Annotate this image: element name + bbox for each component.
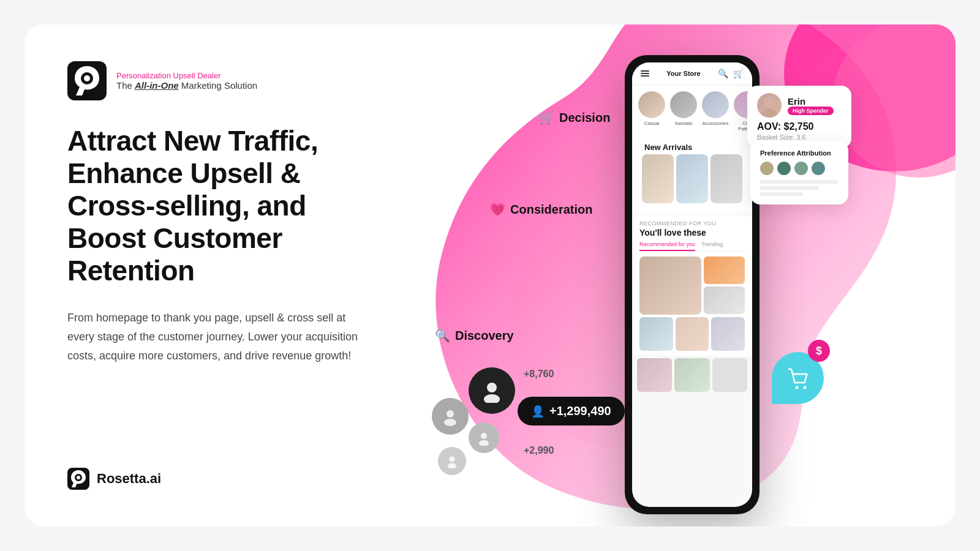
- color-swatches: [760, 162, 839, 175]
- stat-main-bubble: 👤 +1,299,490: [518, 397, 625, 425]
- swatch-1: [760, 162, 774, 175]
- new-arrivals-title: New Arrivals: [637, 138, 747, 154]
- preference-lines: [760, 180, 839, 196]
- erin-top: Erin High Spender: [757, 93, 842, 118]
- avatar-group: [435, 367, 508, 490]
- avatar-dark: [469, 367, 515, 414]
- logo-subtitle: The All-in-One Marketing Solution: [116, 80, 257, 91]
- recommended-for-you-label: RECOMMENDED FOR YOU: [639, 220, 745, 227]
- subtext: From homepage to thank you page, upsell …: [67, 309, 374, 365]
- category-img-casual: [638, 91, 665, 118]
- product-row: [637, 154, 747, 208]
- decision-icon: 🛒: [539, 110, 554, 125]
- svg-point-5: [77, 476, 80, 479]
- product-2[interactable]: [676, 154, 708, 203]
- stat-main-count: +1,299,490: [549, 404, 611, 418]
- label-consideration: 💗 Consideration: [490, 202, 592, 217]
- stat-secondary-top: +8,760: [524, 369, 554, 380]
- dollar-badge: $: [808, 340, 830, 362]
- product-1[interactable]: [642, 154, 674, 203]
- main-card: Personalization Upsell Dealer The All-in…: [24, 24, 956, 527]
- label-discovery: 🔍 Discovery: [435, 328, 514, 343]
- headline: Attract New Traffic, Enhance Upsell & Cr…: [67, 125, 374, 287]
- search-icon[interactable]: 🔍: [718, 69, 728, 78]
- discovery-icon: 🔍: [435, 328, 450, 343]
- bottom-logo: Rosetta.ai: [67, 468, 374, 490]
- svg-point-14: [450, 457, 455, 462]
- label-decision: 🛒 Decision: [539, 110, 610, 125]
- recommended-section: RECOMMENDED FOR YOU You'll love these Re…: [632, 216, 752, 356]
- avatar-gray-1: [432, 398, 469, 435]
- card-preference: Preference Attribution: [750, 141, 848, 204]
- logo-tagline: Personalization Upsell Dealer: [116, 71, 257, 80]
- erin-avatar: [757, 93, 782, 118]
- hamburger-icon[interactable]: [641, 70, 649, 77]
- category-img-accessories: [702, 91, 729, 118]
- erin-info: Erin High Spender: [788, 96, 834, 115]
- avatar-gray-2: [469, 422, 499, 453]
- new-arrivals-section: New Arrivals: [632, 138, 752, 213]
- rosetta-logo-icon: [67, 61, 107, 100]
- svg-point-11: [444, 419, 456, 426]
- cart-icon[interactable]: 🛒: [733, 69, 744, 78]
- bottom-logo-text: Rosetta.ai: [97, 471, 161, 487]
- category-casual[interactable]: Casual: [637, 91, 666, 132]
- category-img-sandals: [670, 91, 697, 118]
- phone-mockup: Your Store 🔍 🛒 Casual Sandals: [625, 55, 760, 514]
- svg-point-15: [448, 463, 456, 469]
- svg-point-17: [764, 97, 775, 108]
- tab-trending[interactable]: Trending: [701, 241, 723, 251]
- phone-action-icons: 🔍 🛒: [718, 69, 744, 78]
- logo-area: Personalization Upsell Dealer The All-in…: [67, 61, 374, 100]
- logo-text: Personalization Upsell Dealer The All-in…: [116, 71, 257, 91]
- avatar-gray-3: [438, 447, 466, 475]
- erin-stats: AOV: $2,750 Basket Size: 3.6: [757, 121, 842, 141]
- store-name: Your Store: [666, 70, 700, 77]
- svg-point-12: [481, 433, 487, 439]
- svg-point-16: [760, 108, 778, 118]
- category-sandals[interactable]: Sandals: [669, 91, 698, 132]
- svg-point-8: [487, 383, 497, 392]
- swatch-4: [812, 162, 825, 175]
- swatch-3: [794, 162, 808, 175]
- pref-line-1: [760, 180, 839, 184]
- card-erin: Erin High Spender AOV: $2,750 Basket Siz…: [747, 86, 851, 148]
- stat-secondary-bottom: +2,990: [524, 445, 554, 456]
- tab-recommended[interactable]: Recommended for you: [639, 241, 695, 251]
- bottom-logo-small-icon: [67, 468, 89, 490]
- you-love-title: You'll love these: [639, 228, 745, 238]
- category-accessories[interactable]: Accessories: [701, 91, 730, 132]
- consideration-icon: 💗: [490, 202, 505, 217]
- stat-user-icon: 👤: [531, 405, 545, 418]
- swatch-2: [777, 162, 791, 175]
- left-panel: Personalization Upsell Dealer The All-in…: [24, 24, 417, 527]
- svg-point-18: [795, 386, 798, 389]
- pref-line-3: [760, 192, 803, 196]
- phone-header: Your Store 🔍 🛒: [632, 62, 752, 85]
- right-panel: 🔍 Discovery 💗 Consideration 🛒 Decision 🛍…: [417, 24, 956, 527]
- svg-point-10: [447, 410, 454, 418]
- preference-title: Preference Attribution: [760, 149, 839, 157]
- product-3[interactable]: [710, 154, 742, 203]
- svg-point-9: [484, 394, 500, 403]
- svg-point-2: [84, 75, 90, 81]
- phone-screen: Your Store 🔍 🛒 Casual Sandals: [632, 62, 752, 507]
- svg-point-13: [479, 440, 489, 446]
- pref-line-2: [760, 186, 819, 190]
- category-row: Casual Sandals Accessories Chic Patterns: [632, 85, 752, 138]
- svg-point-19: [803, 386, 806, 389]
- rec-tabs: Recommended for you Trending: [639, 241, 745, 252]
- cart-bubble-container: $: [772, 352, 824, 404]
